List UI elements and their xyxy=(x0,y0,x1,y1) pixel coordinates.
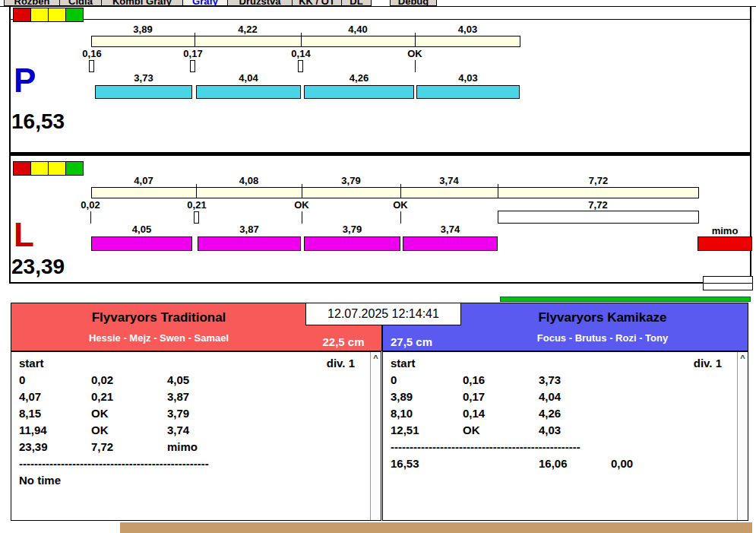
result-cell: 3,73 xyxy=(539,373,561,386)
split-time-label: 4,40 xyxy=(348,24,367,35)
result-cell: 4,07 xyxy=(19,390,41,403)
start-label: start xyxy=(391,357,416,370)
result-row: 23,397,72mimo xyxy=(14,440,369,457)
result-row: 00,163,73 xyxy=(386,373,735,390)
separator-line: ----------------------------------------… xyxy=(391,440,580,453)
result-cell: mimo xyxy=(167,440,198,453)
result-cell: OK xyxy=(91,407,109,420)
jump-height-right: 27,5 cm xyxy=(391,335,432,348)
pending-run-bar xyxy=(498,211,699,224)
background-window-strip xyxy=(120,522,752,533)
lane-divider xyxy=(9,152,751,156)
scrollbar-right[interactable]: ^ xyxy=(737,352,748,520)
lane-letter-L: L xyxy=(14,218,34,252)
pass-mark-line xyxy=(400,211,401,224)
run-time-label: 3,79 xyxy=(343,224,362,235)
lane-total-P: 16,53 xyxy=(11,110,65,133)
result-cell: 4,04 xyxy=(539,390,561,403)
start-light-3 xyxy=(65,161,84,176)
result-cell: 0 xyxy=(19,373,25,386)
result-cell: 12,51 xyxy=(391,424,419,436)
graph-border-left xyxy=(9,6,11,284)
pass-time-label: OK xyxy=(294,199,309,211)
result-cell: OK xyxy=(463,424,480,436)
separator-row: ----------------------------------------… xyxy=(386,440,735,457)
result-cell: 3,89 xyxy=(391,390,413,403)
run-bar xyxy=(196,85,301,99)
result-row: 12,51OK4,03 xyxy=(386,424,735,440)
split-time-label: 4,22 xyxy=(238,24,257,35)
summary-row: 16,5316,060,00 xyxy=(386,457,735,474)
start-light-2 xyxy=(48,8,66,22)
start-lights-P xyxy=(14,8,84,22)
run-time-label: 3,87 xyxy=(239,224,258,235)
result-cell: 3,87 xyxy=(167,390,189,403)
tab-kk-ot[interactable]: KK / OT xyxy=(292,0,342,6)
status-strip-green xyxy=(500,297,751,302)
tab-debug[interactable]: Debug xyxy=(390,0,437,6)
results-table-right-body: startdiv. 100,163,733,890,174,048,100,14… xyxy=(386,357,735,520)
stub-row xyxy=(703,283,753,290)
tab-grafy[interactable]: Grafy xyxy=(182,0,228,6)
result-cell: 4,03 xyxy=(539,424,561,436)
split-time-label: 4,08 xyxy=(239,175,258,186)
pass-mark-box xyxy=(298,60,303,72)
start-light-0 xyxy=(13,8,31,22)
run-time-label: 3,73 xyxy=(134,72,153,84)
result-row: 8,100,144,26 xyxy=(386,407,735,424)
team-name-right: Flyvaryors Kamikaze xyxy=(462,310,743,325)
run-bar xyxy=(198,236,301,251)
result-cell: 0,02 xyxy=(91,373,113,386)
flyball-timing-window: RozbehCidlaKombi GrafyGrafyDružstvaKK / … xyxy=(0,0,756,533)
pass-mark-box xyxy=(89,60,94,72)
start-light-2 xyxy=(48,161,66,176)
result-cell: 8,10 xyxy=(391,407,413,420)
result-cell: 0,16 xyxy=(463,373,485,386)
division-label: div. 1 xyxy=(694,357,722,370)
tab-dl[interactable]: DL xyxy=(341,0,372,6)
summary-row: No time xyxy=(14,474,369,490)
pass-time-label: OK xyxy=(407,48,422,59)
result-cell: 7,72 xyxy=(91,440,113,453)
split-tick xyxy=(195,33,195,47)
run-time-label: 4,04 xyxy=(239,72,258,84)
stub-rows xyxy=(703,276,753,291)
tab-rozbeh[interactable]: Rozbeh xyxy=(4,0,60,6)
run-time-label: 4,26 xyxy=(350,72,369,84)
scroll-up-icon[interactable]: ^ xyxy=(371,354,381,363)
split-tick xyxy=(196,184,197,198)
result-row: 00,024,05 xyxy=(14,373,369,390)
run-bar xyxy=(304,85,414,99)
results-table-left-body: startdiv. 100,024,054,070,213,878,15OK3,… xyxy=(14,357,369,520)
split-time-label: 3,74 xyxy=(439,175,458,186)
tab-dru-stva[interactable]: Družstva xyxy=(227,0,293,6)
pass-time-label: 0,21 xyxy=(187,199,206,211)
scrollbar-left[interactable]: ^ xyxy=(370,352,381,520)
pass-mark-box xyxy=(190,60,195,72)
result-cell: 0 xyxy=(391,373,397,386)
lane-letter-P: P xyxy=(14,64,36,97)
pass-time-label: 7,72 xyxy=(588,199,607,211)
summary-cell: 16,06 xyxy=(539,457,568,470)
run-time-label: 4,05 xyxy=(132,224,151,235)
results-table-left: startdiv. 100,024,054,070,213,878,15OK3,… xyxy=(11,351,381,521)
run-bar xyxy=(304,236,400,251)
jump-height-left: 22,5 cm xyxy=(317,335,370,348)
split-time-label: 3,79 xyxy=(341,175,360,186)
tab-kombi-grafy[interactable]: Kombi Grafy xyxy=(101,0,183,6)
team-members-right: Focus - Brutus - Rozi - Tony xyxy=(462,332,743,344)
summary-cell: 0,00 xyxy=(611,457,633,470)
result-cell: 3,79 xyxy=(167,407,189,420)
pass-time-label: 0,02 xyxy=(81,199,100,211)
split-time-label: 4,07 xyxy=(134,175,153,186)
pass-time-label: 0,16 xyxy=(82,48,101,59)
split-time-label: 7,72 xyxy=(589,175,608,186)
scroll-up-icon[interactable]: ^ xyxy=(738,354,748,363)
result-cell: 0,17 xyxy=(463,390,485,403)
results-table-right: startdiv. 100,163,733,890,174,048,100,14… xyxy=(382,351,748,521)
result-cell: OK xyxy=(91,424,109,436)
miss-bar xyxy=(697,236,752,251)
pass-mark-box xyxy=(194,211,199,224)
lane-total-L: 23,39 xyxy=(11,255,65,278)
tab-cidla[interactable]: Cidla xyxy=(59,0,102,6)
